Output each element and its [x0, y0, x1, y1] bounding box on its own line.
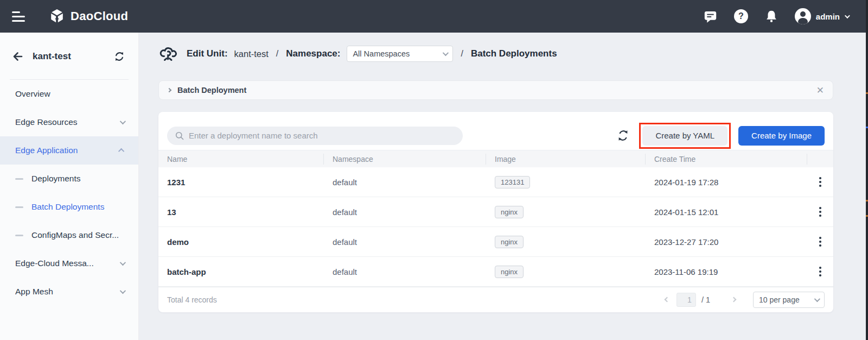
breadcrumb: Edit Unit: kant-test / Namespace: All Na… [158, 43, 833, 64]
main-content: Edit Unit: kant-test / Namespace: All Na… [139, 33, 868, 340]
per-page-select[interactable]: 10 per page [753, 292, 825, 308]
table-row: 1231 default 123131 2024-01-19 17:28 [158, 167, 833, 197]
search-input[interactable] [189, 131, 455, 140]
back-arrow-icon [11, 50, 24, 63]
column-header-create-time: Create Time [646, 154, 807, 165]
sidebar-item-deployments[interactable]: Deployments [0, 165, 138, 193]
back-button[interactable] [11, 50, 24, 63]
chevron-down-icon [120, 288, 126, 294]
deployments-card: Create by YAML Create by Image Name Name… [158, 112, 833, 312]
table-row: demo default nginx 2023-12-27 17:20 [158, 227, 833, 257]
column-header-image: Image [486, 154, 646, 165]
image-tag: nginx [495, 266, 524, 278]
sidebar-item-edge-resources[interactable]: Edge Resources [0, 108, 138, 136]
total-records: Total 4 records [167, 295, 217, 304]
deployment-name[interactable]: 13 [158, 207, 324, 217]
deployment-name[interactable]: 1231 [158, 178, 324, 187]
sidebar-item-edge-cloud-message[interactable]: Edge-Cloud Messa... [0, 249, 138, 278]
sidebar-item-edge-application[interactable]: Edge Application [0, 136, 138, 165]
page-title: Batch Deployments [471, 48, 557, 59]
search-icon [175, 131, 184, 141]
top-bar: DaoCloud ? admin [0, 0, 868, 33]
deployment-namespace: default [324, 237, 486, 247]
create-time: 2023-11-06 19:19 [646, 267, 807, 276]
namespace-select-value: All Namespaces [353, 49, 443, 58]
create-by-yaml-button[interactable]: Create by YAML [642, 126, 727, 146]
image-tag: nginx [495, 206, 524, 218]
table-row: 13 default nginx 2024-01-15 12:01 [158, 197, 833, 227]
chevron-down-icon [814, 295, 820, 301]
table-header: Name Namespace Image Create Time [158, 150, 833, 167]
edge-unit-icon [158, 45, 178, 63]
deployment-namespace: default [324, 207, 486, 217]
batch-deployment-banner: Batch Deployment ✕ [158, 80, 833, 100]
edit-unit-label: Edit Unit: [187, 48, 228, 59]
expand-chevron-icon[interactable] [167, 88, 171, 92]
unit-name: kant-test [234, 49, 269, 59]
column-header-namespace: Namespace [324, 154, 486, 165]
row-actions-menu-icon[interactable] [817, 205, 824, 219]
namespace-label: Namespace: [286, 48, 340, 59]
column-header-name: Name [158, 154, 324, 165]
refresh-button[interactable] [617, 129, 629, 142]
avatar [795, 8, 811, 24]
row-actions-menu-icon[interactable] [817, 175, 824, 189]
image-tag: 123131 [495, 176, 530, 188]
create-time: 2023-12-27 17:20 [646, 237, 807, 247]
sync-icon [113, 51, 125, 62]
page-number-input[interactable] [676, 293, 696, 307]
namespace-select[interactable]: All Namespaces [347, 46, 453, 62]
user-chevron-down-icon [845, 13, 850, 18]
breadcrumb-separator: / [459, 49, 464, 59]
dash-icon [15, 235, 23, 236]
unit-title: kant-test [33, 51, 113, 62]
sidebar: kant-test Overview Edge Resources Edge A [0, 33, 139, 340]
chat-icon[interactable] [703, 9, 718, 24]
deployment-name[interactable]: batch-app [158, 267, 324, 276]
sidebar-item-app-mesh[interactable]: App Mesh [0, 278, 138, 306]
page-total: / 1 [701, 295, 710, 304]
refresh-icon [617, 129, 629, 142]
daocloud-logo-icon [49, 8, 65, 24]
search-box [167, 127, 463, 145]
table-row: batch-app default nginx 2023-11-06 19:19 [158, 257, 833, 287]
create-by-image-button[interactable]: Create by Image [738, 126, 825, 146]
daocloud-logo[interactable]: DaoCloud [49, 8, 128, 24]
page-scrollbar[interactable] [866, 0, 868, 340]
create-time: 2024-01-19 17:28 [646, 178, 807, 187]
deployment-namespace: default [324, 178, 486, 187]
toolbar: Create by YAML Create by Image [158, 112, 833, 150]
annotation-highlight-box: Create by YAML [639, 123, 731, 149]
logo-text: DaoCloud [71, 9, 128, 23]
next-page-button[interactable] [730, 295, 738, 304]
prev-page-button[interactable] [663, 295, 671, 304]
banner-title: Batch Deployment [177, 86, 816, 95]
close-icon[interactable]: ✕ [816, 86, 824, 95]
user-name: admin [816, 12, 840, 21]
user-menu[interactable]: admin [795, 8, 848, 24]
help-icon[interactable]: ? [734, 9, 748, 23]
create-time: 2024-01-15 12:01 [646, 207, 807, 217]
dash-icon [15, 206, 23, 208]
chevron-down-icon [120, 260, 126, 266]
image-tag: nginx [495, 236, 524, 248]
deployment-name[interactable]: demo [158, 237, 324, 247]
notifications-bell-icon[interactable] [764, 9, 778, 23]
chevron-down-icon [443, 50, 449, 56]
switch-unit-button[interactable] [113, 51, 125, 62]
deployment-namespace: default [324, 267, 486, 276]
sidebar-nav: Overview Edge Resources Edge Application… [0, 80, 138, 306]
breadcrumb-separator: / [275, 49, 279, 59]
sidebar-item-configmaps-secrets[interactable]: ConfigMaps and Secr... [0, 221, 138, 249]
row-actions-menu-icon[interactable] [817, 265, 824, 279]
sidebar-item-overview[interactable]: Overview [0, 80, 138, 108]
dash-icon [15, 178, 23, 180]
sidebar-item-batch-deployments[interactable]: Batch Deployments [0, 193, 138, 221]
per-page-value: 10 per page [759, 295, 814, 304]
menu-toggle-icon[interactable] [12, 11, 26, 22]
pagination: / 1 10 per page [663, 292, 825, 308]
column-header-actions [807, 154, 833, 165]
table-footer: Total 4 records / 1 10 per page [158, 287, 833, 312]
row-actions-menu-icon[interactable] [817, 235, 824, 249]
chevron-down-icon [120, 118, 126, 124]
